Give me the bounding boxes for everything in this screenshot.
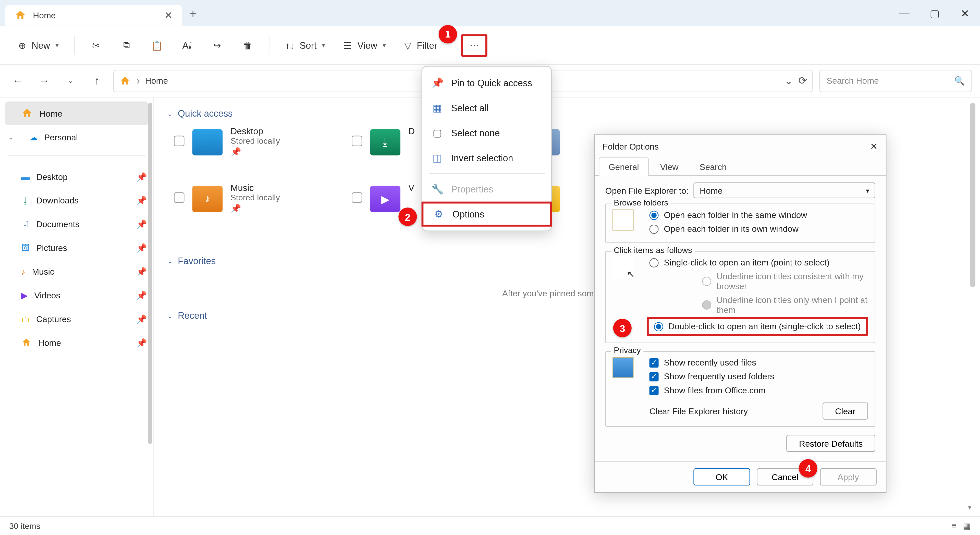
radio-single-click[interactable]: Single-click to open an item (point to s… (649, 255, 868, 269)
rename-button[interactable]: Aⅈ (174, 35, 200, 55)
check-recent-files[interactable]: ✓Show recently used files (649, 356, 868, 369)
section-quick-access[interactable]: ⌄Quick access (167, 105, 967, 121)
forward-button[interactable]: → (34, 71, 54, 90)
up-button[interactable]: ↑ (87, 71, 107, 90)
refresh-icon[interactable]: ⟳ (798, 75, 807, 87)
sidebar-item-desktop[interactable]: ▬Desktop📌 (0, 165, 153, 188)
sidebar-item-downloads[interactable]: ⭳Downloads📌 (0, 188, 153, 212)
ctx-select-all[interactable]: ▦Select all (422, 96, 551, 121)
new-button[interactable]: ⊕ New ▾ (11, 36, 66, 54)
check-office-files[interactable]: ✓Show files from Office.com (649, 384, 868, 397)
chevron-down-icon: ⌄ (167, 257, 172, 264)
desktop-icon: ▬ (21, 172, 30, 182)
paste-button[interactable]: 📋 (144, 35, 170, 55)
ctx-options[interactable]: ⚙Options (422, 202, 552, 227)
privacy-illustration-icon (612, 357, 634, 378)
close-tab-icon[interactable]: ✕ (165, 10, 172, 21)
tab-view[interactable]: View (650, 158, 689, 176)
close-window-button[interactable]: ✕ (950, 0, 980, 26)
checkbox[interactable] (174, 193, 184, 203)
breadcrumb[interactable]: Home (145, 76, 168, 86)
annotation-badge-2: 2 (398, 207, 417, 226)
details-view-icon[interactable]: ≡ (951, 521, 956, 531)
checkbox[interactable] (174, 136, 184, 146)
back-button[interactable]: ← (8, 71, 27, 90)
filter-button[interactable]: ▽ Filter (396, 36, 445, 54)
ctx-select-none[interactable]: ▢Select none (422, 121, 551, 145)
chevron-down-icon[interactable]: ⌄ (784, 75, 793, 87)
open-to-select[interactable]: Home▾ (694, 183, 875, 198)
sidebar-item-captures[interactable]: 🗀Captures📌 (0, 307, 153, 331)
cut-button[interactable]: ✂ (83, 35, 109, 55)
chevron-down-icon: ▾ (56, 41, 59, 49)
tab-general[interactable]: General (599, 158, 649, 176)
maximize-button[interactable]: ▢ (920, 0, 950, 26)
more-button[interactable]: ⋯ (461, 34, 487, 56)
context-menu: 📌Pin to Quick access ▦Select all ▢Select… (422, 66, 552, 231)
ctx-pin-quick-access[interactable]: 📌Pin to Quick access (422, 70, 551, 96)
sidebar-item-home[interactable]: Home (5, 101, 148, 125)
toolbar: ⊕ New ▾ ✂ ⧉ 📋 Aⅈ ↪ 🗑 ↑↓ Sort ▾ ☰ View ▾ … (0, 26, 980, 65)
dialog-titlebar[interactable]: Folder Options ✕ (595, 135, 886, 158)
ctx-invert-selection[interactable]: ◫Invert selection (422, 145, 551, 170)
folder-options-dialog: Folder Options ✕ General View Search Ope… (594, 134, 886, 493)
music-icon: ♪ (21, 266, 25, 276)
radio-same-window[interactable]: Open each folder in the same window (649, 208, 868, 222)
folder-icon: 🗀 (21, 314, 30, 324)
invert-selection-icon: ◫ (431, 152, 443, 164)
clear-button[interactable]: Clear (822, 403, 868, 420)
tiles-view-icon[interactable]: ▦ (963, 521, 971, 531)
sidebar-item-documents[interactable]: 🖹Documents📌 (0, 212, 153, 236)
home-icon (119, 75, 131, 86)
onedrive-icon: ☁ (29, 132, 38, 142)
check-frequent-folders[interactable]: ✓Show frequently used folders (649, 369, 868, 384)
open-to-label: Open File Explorer to: (605, 185, 689, 195)
checkbox[interactable] (352, 193, 362, 203)
sidebar-item-videos[interactable]: ▶Videos📌 (0, 283, 153, 307)
window-controls: — ▢ ✕ (889, 0, 980, 26)
qa-item-music[interactable]: ♪ MusicStored locally📌 (174, 183, 345, 213)
pin-icon: 📌 (136, 290, 147, 300)
pin-icon: 📌 (136, 172, 147, 182)
dialog-tabs: General View Search (595, 158, 886, 176)
new-tab-button[interactable]: ＋ (182, 3, 204, 24)
status-bar: 30 items ≡ ▦ (0, 516, 980, 535)
checkbox[interactable] (352, 136, 362, 146)
share-button[interactable]: ↪ (204, 35, 231, 55)
sidebar-item-music[interactable]: ♪Music📌 (0, 260, 153, 283)
folder-icon: ♪ (192, 186, 223, 212)
recent-locations-button[interactable]: ⌄ (60, 71, 80, 90)
breadcrumb-separator: › (136, 75, 140, 86)
annotation-badge-1: 1 (438, 25, 457, 43)
delete-button[interactable]: 🗑 (234, 35, 261, 55)
filter-icon: ▽ (404, 40, 411, 50)
scrollbar[interactable]: ▾ (968, 103, 977, 511)
radio-double-click[interactable]: Double-click to open an item (single-cli… (647, 317, 868, 336)
sidebar-item-personal[interactable]: ⌄ ☁ Personal (0, 125, 153, 149)
close-icon[interactable]: ✕ (870, 141, 878, 151)
radio-underline-browser: Underline icon titles consistent with my… (702, 269, 868, 293)
clear-history-label: Clear File Explorer history (649, 406, 815, 416)
qa-item-desktop[interactable]: DesktopStored locally📌 (174, 126, 345, 157)
minimize-button[interactable]: — (889, 0, 920, 26)
sidebar-item-pictures[interactable]: 🖼Pictures📌 (0, 236, 153, 260)
browser-tab[interactable]: Home ✕ (5, 5, 182, 26)
radio-own-window[interactable]: Open each folder in its own window (649, 222, 868, 236)
expand-icon[interactable]: ⌄ (8, 133, 14, 142)
restore-defaults-button[interactable]: Restore Defaults (787, 435, 875, 452)
trash-icon: 🗑 (243, 40, 252, 50)
search-input[interactable]: Search Home 🔍 (819, 69, 972, 92)
copy-icon: ⧉ (123, 40, 130, 51)
copy-button[interactable]: ⧉ (113, 35, 140, 55)
ok-button[interactable]: OK (694, 468, 750, 486)
pin-icon: 📌 (136, 195, 147, 205)
search-placeholder: Search Home (827, 76, 879, 86)
sidebar-item-home2[interactable]: Home📌 (0, 331, 153, 354)
sidebar: Home ⌄ ☁ Personal ▬Desktop📌 ⭳Downloads📌 … (0, 97, 154, 516)
annotation-badge-3: 3 (613, 319, 632, 337)
sort-button[interactable]: ↑↓ Sort ▾ (277, 36, 333, 54)
click-items-group: Click items as follows ↖ Single-click to… (605, 251, 875, 343)
view-button[interactable]: ☰ View ▾ (336, 36, 393, 54)
apply-button[interactable]: Apply (820, 468, 877, 486)
tab-search[interactable]: Search (690, 158, 737, 176)
